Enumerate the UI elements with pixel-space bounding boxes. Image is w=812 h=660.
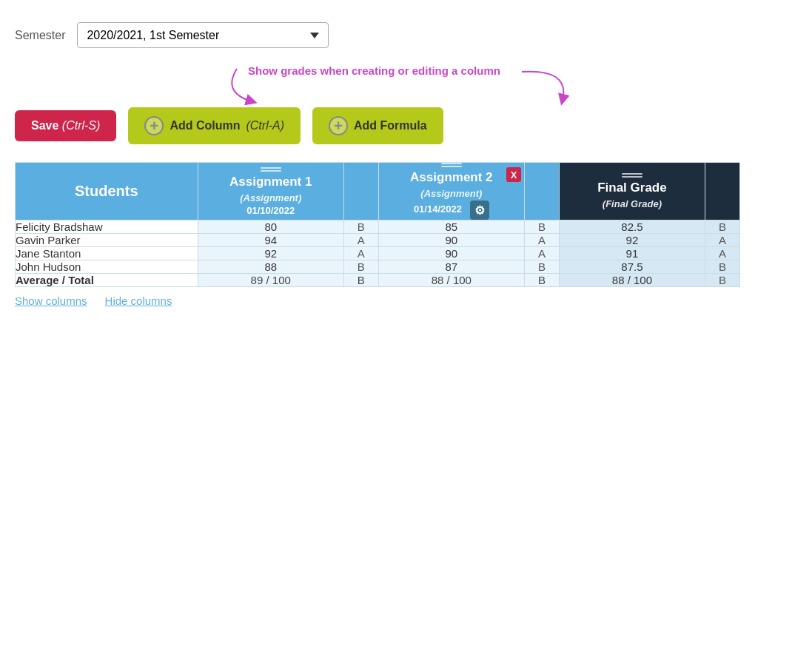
avg-fg-letter: B — [705, 274, 740, 287]
add-column-button[interactable]: + Add Column (Ctrl-A) — [128, 107, 301, 144]
assignment2-title: Assignment 2 — [379, 170, 524, 185]
final-grade-num: 91 — [559, 247, 705, 260]
grade-letter: A — [524, 247, 559, 260]
final-grade-num: 82.5 — [559, 220, 705, 234]
student-name: Felicity Bradshaw — [16, 220, 198, 234]
grade-letter: A — [524, 234, 559, 247]
add-formula-label: Add Formula — [354, 119, 427, 132]
annotation-area: Show grades when creating or editing a c… — [104, 63, 797, 107]
drag-handle-fg[interactable] — [560, 173, 705, 178]
add-column-shortcut: (Ctrl-A) — [246, 119, 284, 132]
assignment2-letter-header — [524, 163, 559, 220]
bottom-links: Show columns Hide columns — [15, 294, 797, 307]
assignment2-delete-button[interactable]: X — [506, 167, 521, 182]
student-name: Gavin Parker — [16, 234, 198, 247]
avg-a1-letter: B — [343, 274, 378, 287]
average-row: Average / Total 89 / 100 B 88 / 100 B 88… — [16, 274, 740, 287]
finalgrade-letter-header — [705, 163, 740, 220]
assignment2-date: 01/14/2022 ⚙ — [379, 201, 524, 220]
grade-num[interactable]: 90 — [378, 247, 524, 260]
grade-num[interactable]: 87 — [378, 260, 524, 274]
assignment1-subtitle: (Assignment) — [198, 192, 343, 203]
final-grade-letter: B — [705, 220, 740, 234]
assignment1-date: 01/10/2022 — [198, 205, 343, 216]
add-column-icon: + — [144, 116, 164, 135]
grade-num[interactable]: 94 — [198, 234, 343, 247]
grade-letter: B — [524, 260, 559, 274]
table-row: Gavin Parker 94 A 90 A 92 A — [16, 234, 740, 247]
table-header-row: Students Assignment 1 (Assignment) 01/10… — [16, 163, 740, 220]
drag-handle-a1[interactable] — [198, 167, 343, 172]
hide-columns-link[interactable]: Hide columns — [105, 294, 172, 307]
avg-a2: 88 / 100 — [378, 274, 524, 287]
assignment1-title: Assignment 1 — [198, 175, 343, 189]
assignment2-header: Assignment 2 (Assignment) 01/14/2022 ⚙ X — [378, 163, 524, 220]
grade-letter: B — [524, 220, 559, 234]
grade-letter: A — [343, 247, 378, 260]
annotation-svg: Show grades when creating or editing a c… — [104, 63, 548, 107]
table-row: Jane Stanton 92 A 90 A 91 A — [16, 247, 740, 260]
final-grade-num: 87.5 — [559, 260, 705, 274]
grade-num[interactable]: 92 — [198, 247, 343, 260]
drag-handle-a2[interactable] — [379, 163, 524, 167]
add-formula-icon: + — [329, 116, 348, 135]
save-label: Save — [31, 119, 58, 132]
grade-letter: B — [343, 260, 378, 274]
grade-num[interactable]: 80 — [198, 220, 343, 234]
final-grade-letter: A — [705, 247, 740, 260]
assignment2-subtitle: (Assignment) — [379, 188, 524, 199]
avg-fg: 88 / 100 — [559, 274, 705, 287]
final-grade-num: 92 — [559, 234, 705, 247]
final-grade-letter: A — [705, 234, 740, 247]
assignment1-letter-header — [343, 163, 378, 220]
assignment2-gear-icon[interactable]: ⚙ — [470, 201, 489, 220]
grade-table: Students Assignment 1 (Assignment) 01/10… — [15, 162, 740, 287]
grade-num[interactable]: 90 — [378, 234, 524, 247]
student-name: John Hudson — [16, 260, 198, 274]
semester-select[interactable]: 2020/2021, 1st Semester — [77, 22, 329, 48]
final-grade-letter: B — [705, 260, 740, 274]
table-row: John Hudson 88 B 87 B 87.5 B — [16, 260, 740, 274]
semester-label: Semester — [15, 29, 65, 42]
assignment1-header: Assignment 1 (Assignment) 01/10/2022 — [198, 163, 343, 220]
semester-row: Semester 2020/2021, 1st Semester — [15, 22, 797, 48]
student-name: Jane Stanton — [16, 247, 198, 260]
add-formula-button[interactable]: + Add Formula — [312, 107, 443, 144]
grade-letter: A — [343, 234, 378, 247]
grade-letter: B — [343, 220, 378, 234]
finalgrade-title: Final Grade — [560, 181, 705, 195]
avg-a1: 89 / 100 — [198, 274, 343, 287]
show-columns-link[interactable]: Show columns — [15, 294, 87, 307]
grade-num[interactable]: 85 — [378, 220, 524, 234]
avg-a2-letter: B — [524, 274, 559, 287]
table-row: Felicity Bradshaw 80 B 85 B 82.5 B — [16, 220, 740, 234]
save-shortcut: (Ctrl-S) — [62, 119, 101, 132]
students-header: Students — [16, 163, 198, 220]
save-button[interactable]: Save (Ctrl-S) — [15, 110, 116, 141]
average-label: Average / Total — [16, 274, 198, 287]
toolbar: Save (Ctrl-S) + Add Column (Ctrl-A) + Ad… — [15, 107, 797, 144]
table-container: Students Assignment 1 (Assignment) 01/10… — [15, 162, 740, 287]
add-column-label: Add Column — [170, 119, 240, 132]
grade-num[interactable]: 88 — [198, 260, 343, 274]
finalgrade-header: Final Grade (Final Grade) — [559, 163, 705, 220]
annotation-text: Show grades when creating or editing a c… — [248, 64, 500, 77]
finalgrade-subtitle: (Final Grade) — [560, 198, 705, 209]
